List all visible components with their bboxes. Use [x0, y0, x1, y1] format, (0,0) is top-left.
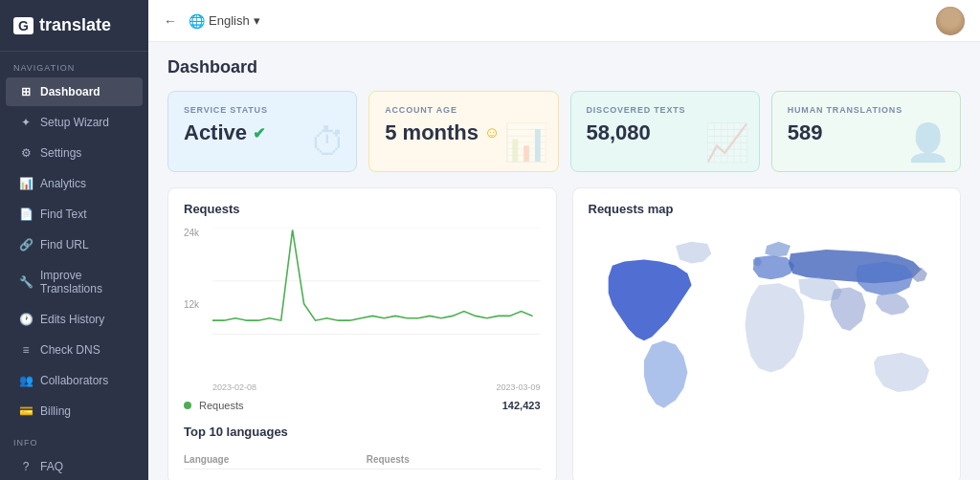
info-section-label: INFO — [0, 426, 148, 451]
gear-icon: ⚙ — [19, 146, 33, 160]
avatar-image — [936, 7, 965, 35]
stat-card-account-age: ACCOUNT AGE 5 months ☺ 📊 — [368, 91, 558, 172]
logo-text: translate — [39, 15, 111, 35]
requests-map-panel: Requests map — [572, 187, 962, 480]
y-label-mid: 12k — [184, 299, 199, 310]
legend-label: Requests — [199, 400, 243, 411]
link-icon: 🔗 — [19, 238, 33, 251]
requests-chart-panel: Requests 24k 12k 2023-02-08 2023- — [167, 187, 557, 480]
sidebar-item-collaborators[interactable]: 👥 Collaborators — [6, 366, 143, 395]
sidebar-item-settings[interactable]: ⚙ Settings — [6, 139, 143, 167]
sidebar-item-label: Check DNS — [40, 343, 100, 357]
sidebar-item-edits-history[interactable]: 🕐 Edits History — [6, 305, 143, 334]
sidebar-item-label: Find Text — [40, 207, 86, 221]
sidebar-item-label: Collaborators — [40, 374, 108, 387]
sidebar-item-find-url[interactable]: 🔗 Find URL — [6, 230, 143, 259]
language-selector[interactable]: 🌐 English ▾ — [189, 13, 260, 29]
sidebar-item-label: Settings — [40, 146, 81, 160]
sidebar-item-check-dns[interactable]: ≡ Check DNS — [6, 336, 143, 364]
sidebar-item-setup-wizard[interactable]: ✦ Setup Wizard — [6, 108, 143, 137]
logo-g: G — [13, 17, 33, 34]
chart-date-end: 2023-03-09 — [496, 382, 540, 392]
sidebar-item-analytics[interactable]: 📊 Analytics — [6, 169, 143, 198]
nav-section-label: NAVIGATION — [0, 52, 148, 76]
smile-icon: ☺ — [484, 124, 500, 142]
question-icon: ? — [19, 460, 33, 473]
sidebar-item-label: Billing — [40, 404, 71, 418]
chart-date-start: 2023-02-08 — [212, 382, 256, 392]
y-label-top: 24k — [184, 228, 199, 238]
list-icon: ≡ — [19, 343, 33, 357]
sidebar-item-label: Improve Translations — [40, 269, 129, 295]
sidebar-item-label: Setup Wizard — [40, 116, 109, 129]
col-requests-header: Requests — [367, 450, 541, 469]
people-icon: 👥 — [19, 374, 33, 387]
sidebar-item-faq[interactable]: ? FAQ — [6, 452, 143, 480]
top-languages-table: Language Requests — [184, 450, 541, 469]
stat-label: DISCOVERED TEXTS — [587, 105, 744, 115]
chart-area: 24k 12k — [184, 228, 541, 381]
main-content: ← 🌐 English ▾ Dashboard SERVICE STATUS A… — [148, 0, 980, 480]
card-icon: 💳 — [19, 404, 33, 418]
bottom-section: Requests 24k 12k 2023-02-08 2023- — [167, 187, 961, 480]
page-title: Dashboard — [167, 57, 961, 77]
topbar: ← 🌐 English ▾ — [148, 0, 980, 42]
sidebar-item-label: Dashboard — [40, 85, 100, 98]
sidebar-item-billing[interactable]: 💳 Billing — [6, 397, 143, 425]
back-button[interactable]: ← — [164, 13, 177, 29]
map-title: Requests map — [589, 202, 946, 216]
content-area: Dashboard SERVICE STATUS Active ✔ ⏱ ACCO… — [148, 42, 980, 480]
stat-cards: SERVICE STATUS Active ✔ ⏱ ACCOUNT AGE 5 … — [167, 91, 961, 172]
file-icon: 📄 — [19, 207, 33, 221]
sidebar-item-dashboard[interactable]: ⊞ Dashboard — [6, 77, 143, 106]
chart-title: Requests — [184, 202, 541, 216]
tools-icon: 🔧 — [19, 275, 33, 289]
top-languages-title: Top 10 languages — [184, 425, 541, 439]
col-language-header: Language — [184, 450, 367, 469]
chevron-down-icon: ▾ — [254, 13, 260, 28]
legend-count: 142,423 — [502, 400, 541, 411]
sidebar-item-label: Find URL — [40, 238, 89, 251]
sidebar-item-label: Analytics — [40, 177, 86, 190]
language-label: English — [209, 13, 250, 28]
wand-icon: ✦ — [19, 116, 33, 129]
stat-label: SERVICE STATUS — [184, 105, 341, 115]
check-icon: ✔ — [253, 124, 265, 142]
sidebar-item-label: FAQ — [40, 460, 63, 473]
world-map-svg — [589, 228, 946, 438]
map-container — [589, 228, 946, 438]
line-chart-svg — [212, 228, 541, 335]
logo: G translate — [0, 0, 148, 52]
bar-chart-icon: 📊 — [19, 177, 33, 190]
chart-dates: 2023-02-08 2023-03-09 — [184, 382, 541, 392]
chart-legend: Requests 142,423 — [184, 400, 541, 411]
stat-label: ACCOUNT AGE — [385, 105, 542, 115]
stat-bg-icon: 📈 — [704, 121, 749, 164]
stat-label: HUMAN TRANSLATIONS — [788, 105, 945, 115]
sidebar: G translate NAVIGATION ⊞ Dashboard ✦ Set… — [0, 0, 148, 480]
stat-card-human-translations: HUMAN TRANSLATIONS 589 👤 — [771, 91, 961, 172]
sidebar-item-find-text[interactable]: 📄 Find Text — [6, 200, 143, 229]
sidebar-item-label: Edits History — [40, 313, 104, 326]
stat-card-discovered-texts: DISCOVERED TEXTS 58,080 📈 — [570, 91, 760, 172]
sidebar-item-improve-translations[interactable]: 🔧 Improve Translations — [6, 261, 143, 303]
stat-bg-icon: 👤 — [905, 121, 950, 164]
flag-icon: 🌐 — [189, 13, 205, 29]
stat-bg-icon: 📊 — [503, 121, 548, 164]
stat-card-service-status: SERVICE STATUS Active ✔ ⏱ — [167, 91, 357, 172]
grid-icon: ⊞ — [19, 85, 33, 98]
avatar[interactable] — [936, 7, 965, 35]
clock-icon: 🕐 — [19, 313, 33, 326]
legend-dot-icon — [184, 402, 191, 409]
stat-bg-icon: ⏱ — [310, 122, 346, 164]
